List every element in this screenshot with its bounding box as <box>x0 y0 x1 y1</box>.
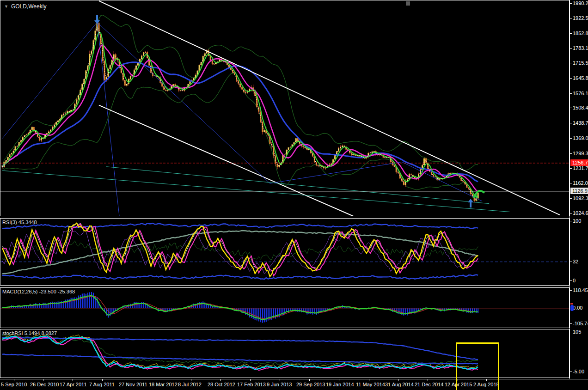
up-arrow-icon[interactable] <box>468 199 473 207</box>
price-axis-label: 1162.00 <box>573 180 588 186</box>
date-axis-label: 5 Sep 2010 <box>1 382 27 387</box>
date-axis-label: 28 Oct 2012 <box>208 382 235 387</box>
ma-fast <box>2 32 478 198</box>
candle <box>478 193 479 198</box>
candle <box>284 155 286 155</box>
price-axis-label: 1576.10 <box>573 91 588 96</box>
date-tick <box>309 379 310 381</box>
rsi-lower-band <box>2 275 478 280</box>
date-tick <box>220 379 221 381</box>
axis-tick <box>570 221 572 221</box>
date-tick <box>73 379 73 381</box>
axis-tick <box>570 3 572 4</box>
axis-tick <box>570 93 572 94</box>
axis-tick <box>570 213 572 213</box>
stoch-magenta-line <box>2 337 478 371</box>
date-tick <box>132 379 132 381</box>
candle <box>239 84 241 87</box>
time-axis[interactable]: 5 Sep 201026 Dec 201017 Apr 20117 Aug 20… <box>0 379 588 390</box>
axis-tick <box>570 78 572 79</box>
date-tick <box>43 379 43 381</box>
macd-main-line <box>2 296 478 320</box>
chart-object-handle[interactable] <box>406 1 410 6</box>
price-axis[interactable]: 1990.201922.551852.851783.151715.501645.… <box>570 0 588 379</box>
rsi-label: RSI(3) 45.3448 <box>2 219 37 225</box>
chart-title: ▼ GOLD,Weekly <box>4 3 46 10</box>
macd-label: MACD(12,26,5) -23.500 -25.368 <box>2 289 75 294</box>
date-axis-label: 31 Aug 2014 <box>385 382 414 387</box>
trendline-0 <box>99 1 560 215</box>
macd-signal-marker <box>570 303 573 305</box>
date-tick <box>339 379 339 381</box>
symbol-dropdown-icon[interactable]: ▼ <box>4 4 8 9</box>
white-badge: 1126.91 <box>570 188 588 194</box>
date-axis-label: 27 Nov 2011 <box>119 382 147 387</box>
candle <box>288 147 289 150</box>
trendline-2 <box>2 22 270 183</box>
axis-tick <box>570 123 572 123</box>
axis-tick <box>570 108 572 108</box>
macd-histogram <box>2 292 478 323</box>
macd-canvas[interactable] <box>0 288 569 328</box>
candle <box>111 60 113 66</box>
axis-tick <box>570 153 572 154</box>
price-axis-label: 1852.85 <box>573 30 588 36</box>
candle <box>41 138 42 140</box>
stoch-blue-lower <box>2 354 478 364</box>
price-axis-label: 1299.35 <box>573 151 588 156</box>
symbol-timeframe-label: GOLD,Weekly <box>11 3 46 10</box>
date-tick <box>102 379 103 381</box>
date-axis-label: 21 Dec 2014 <box>415 382 443 387</box>
price-axis-label: 1092.30 <box>573 195 588 201</box>
date-tick <box>369 379 369 381</box>
candle <box>81 84 83 90</box>
date-tick <box>250 379 251 381</box>
candle <box>190 81 191 84</box>
date-tick <box>398 379 398 381</box>
stoch-green-line <box>2 335 478 365</box>
axis-tick <box>570 332 572 332</box>
rsi-green-line <box>2 241 478 260</box>
candle <box>364 158 365 158</box>
date-axis-label: 8 Jul 2012 <box>178 382 202 387</box>
price-axis-label: 32 <box>573 259 578 264</box>
price-axis-label: 1990.20 <box>573 0 588 6</box>
axis-tick <box>570 290 572 291</box>
price-axis-label: 100 <box>573 218 581 224</box>
date-axis-label: 19 Jan 2014 <box>326 382 354 387</box>
candle <box>199 65 200 71</box>
price-axis-label: 1369.05 <box>573 135 588 141</box>
axis-tick <box>570 262 572 262</box>
axis-tick <box>570 372 572 372</box>
date-axis-label: 17 Apr 2011 <box>60 382 87 387</box>
stochrsi-label: stochRSI 5.1494 8.0827 <box>2 330 57 336</box>
price-axis-label: 1508.45 <box>573 105 588 110</box>
macd-main-marker <box>570 305 574 311</box>
candle <box>214 64 215 65</box>
price-axis-label: 1231.70 <box>573 165 588 171</box>
date-axis-label: 7 Aug 2011 <box>89 382 115 387</box>
price-axis-label: -5.00 <box>573 369 584 374</box>
price-axis-label: 1783.15 <box>573 45 588 51</box>
date-tick <box>191 379 191 381</box>
price-axis-label: 1645.80 <box>573 75 588 81</box>
trading-chart-window: ▼ GOLD,Weekly RSI(3) 45.3448 MACD(12,26,… <box>0 0 588 390</box>
axis-tick <box>570 198 572 199</box>
price-axis-label: 118.45 <box>573 287 588 293</box>
axis-tick <box>570 138 572 139</box>
rsi-canvas[interactable] <box>0 219 569 285</box>
axis-tick <box>570 323 572 324</box>
rsi-indicator-pane[interactable]: RSI(3) 45.3448 <box>0 218 570 286</box>
axis-tick <box>570 183 572 183</box>
date-axis-label: 9 Jun 2013 <box>267 382 292 387</box>
candle <box>145 52 146 53</box>
price-chart-pane[interactable]: ▼ GOLD,Weekly <box>0 0 570 216</box>
date-axis-label: 18 Mar 2012 <box>149 382 178 387</box>
price-chart-canvas[interactable] <box>0 0 569 216</box>
date-tick <box>280 379 280 381</box>
macd-indicator-pane[interactable]: MACD(12,26,5) -23.500 -25.368 <box>0 287 570 328</box>
highlight-rectangle[interactable] <box>456 342 499 390</box>
red-badge: 1256.71 <box>570 159 588 166</box>
curved-arrow-icon[interactable] <box>475 191 484 195</box>
date-tick <box>162 379 162 381</box>
